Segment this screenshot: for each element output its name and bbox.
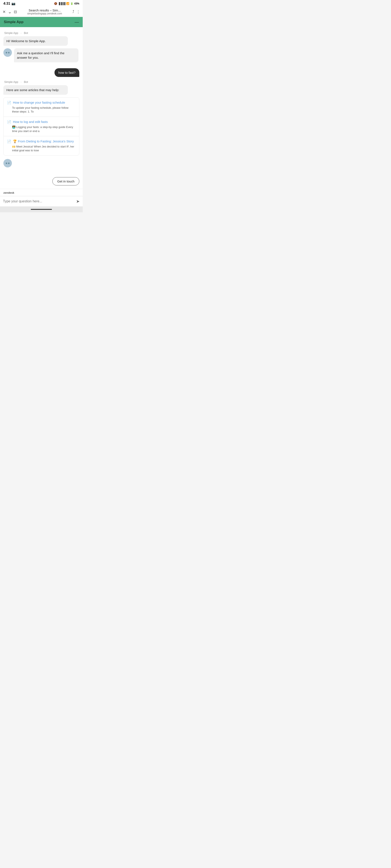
articles-card: 📄 How to change your fasting schedule To…: [3, 97, 79, 156]
signal-icon: ▐▐▐▐: [58, 2, 65, 5]
bot-app-name-2: Simple App: [4, 80, 18, 84]
page-url: simplefastingapp.zendesk.com: [19, 12, 70, 15]
home-indicator: [31, 209, 52, 210]
muted-icon: 🔕: [54, 2, 57, 5]
article-2-header: 📄 How to log and edit fasts: [7, 120, 76, 124]
article-snippet-1: To update your fasting schedule, please …: [12, 106, 76, 114]
article-snippet-3: 🙌 Meet Jessica! When Jes decided to star…: [12, 145, 76, 152]
bot-message-row-2: Ask me a question and I'll find the answ…: [3, 48, 79, 65]
bot-app-name-1: Simple App: [4, 31, 18, 35]
wifi-icon: 📶: [66, 2, 69, 5]
chat-widget: Simple App — Simple App · Bot Hi! Welcom…: [0, 17, 83, 207]
page-title: Search results – Sim...: [19, 8, 70, 12]
chevron-down-icon[interactable]: [8, 9, 12, 14]
article-snippet-2: 🧑‍💻 Logging your fasts: a step-by-step g…: [12, 125, 76, 133]
user-message-1: how to fast?: [55, 68, 79, 77]
bot-sender-label-2: Simple App · Bot: [3, 80, 79, 84]
battery-percent: 43%: [74, 2, 79, 5]
chat-input-field[interactable]: [3, 199, 74, 203]
article-1-header: 📄 How to change your fasting schedule: [7, 100, 76, 105]
status-icons: 🔕 ▐▐▐▐ 📶 🔋 43%: [54, 2, 79, 5]
get-in-touch-button[interactable]: Get in touch: [52, 177, 79, 185]
bot-message-3: Here are some articles that may help:: [3, 85, 68, 95]
second-bot-section: Simple App · Bot Here are some articles …: [3, 80, 79, 167]
bot-avatar-1: [3, 48, 12, 57]
user-message-row-1: how to fast?: [3, 68, 79, 77]
widget-header: Simple App —: [0, 17, 83, 27]
article-item-3[interactable]: 📄 🏆 From Dieting to Fasting: Jessica's S…: [4, 136, 79, 155]
bot-message-1: Hi! Welcome to Simple App.: [3, 36, 68, 46]
bot-avatar-dots-2: [6, 162, 9, 164]
article-item-1[interactable]: 📄 How to change your fasting schedule To…: [4, 97, 79, 117]
separator-2: ·: [21, 80, 22, 84]
widget-title: Simple App: [4, 20, 24, 24]
bot-avatar-row-2: [3, 159, 79, 167]
avatar-dot-4: [8, 162, 9, 164]
close-tab-button[interactable]: [3, 9, 6, 14]
article-title-2[interactable]: How to log and edit fasts: [13, 120, 48, 124]
status-time: 4:31: [3, 2, 10, 5]
chat-input-area[interactable]: ➤: [0, 196, 83, 207]
article-title-3[interactable]: 🏆 From Dieting to Fasting: Jessica's Sto…: [13, 139, 74, 144]
camera-icon: 📷: [11, 2, 16, 5]
article-doc-icon-2: 📄: [7, 120, 11, 124]
article-title-1[interactable]: How to change your fasting schedule: [13, 100, 65, 105]
article-3-header: 📄 🏆 From Dieting to Fasting: Jessica's S…: [7, 139, 76, 144]
avatar-dot-3: [6, 162, 7, 164]
avatar-dot-1: [6, 52, 7, 53]
article-doc-icon-3: 📄: [7, 140, 11, 144]
article-item-2[interactable]: 📄 How to log and edit fasts 🧑‍💻 Logging …: [4, 117, 79, 136]
url-area[interactable]: Search results – Sim... simplefastingapp…: [19, 8, 70, 15]
avatar-dot-2: [8, 52, 9, 53]
minimize-button[interactable]: —: [74, 20, 79, 24]
article-doc-icon-1: 📄: [7, 101, 11, 105]
bottom-nav-indicator: [0, 207, 83, 212]
browser-bar: ⊟ Search results – Sim... simplefastinga…: [0, 7, 83, 17]
zendesk-footer: zendesk: [0, 189, 83, 196]
bot-avatar-2: [3, 159, 12, 167]
bot-role-1: Bot: [24, 31, 28, 35]
bot-avatar-dots: [6, 52, 9, 53]
more-options-icon[interactable]: ⋮: [76, 9, 80, 14]
share-icon[interactable]: ⤴: [72, 9, 74, 14]
separator-1: ·: [21, 31, 22, 35]
battery-icon: 🔋: [70, 2, 73, 5]
zendesk-label: zendesk: [3, 191, 14, 194]
bot-role-2: Bot: [24, 80, 28, 84]
status-bar: 4:31 📷 🔕 ▐▐▐▐ 📶 🔋 43%: [0, 0, 83, 7]
bot-message-2: Ask me a question and I'll find the answ…: [14, 48, 79, 62]
send-button[interactable]: ➤: [76, 199, 80, 204]
bot-sender-label-1: Simple App · Bot: [3, 31, 79, 35]
filter-icon[interactable]: ⊟: [14, 9, 17, 14]
chat-body: Simple App · Bot Hi! Welcome to Simple A…: [0, 27, 83, 175]
get-in-touch-row: Get in touch: [0, 175, 83, 189]
